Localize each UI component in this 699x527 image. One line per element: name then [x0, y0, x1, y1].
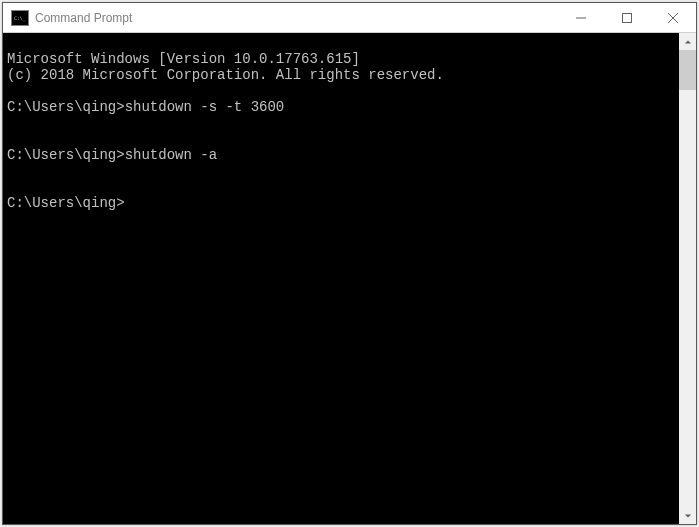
command-line: C:\Users\qing>shutdown -s -t 3600	[7, 99, 675, 115]
banner-line: (c) 2018 Microsoft Corporation. All righ…	[7, 67, 444, 83]
cmd-icon	[11, 10, 29, 26]
minimize-icon	[576, 13, 586, 23]
vertical-scrollbar[interactable]	[679, 33, 696, 524]
minimize-button[interactable]	[558, 3, 604, 32]
scroll-track[interactable]	[679, 50, 696, 507]
maximize-button[interactable]	[604, 3, 650, 32]
client-area: Microsoft Windows [Version 10.0.17763.61…	[3, 33, 696, 524]
titlebar[interactable]: Command Prompt	[3, 3, 696, 33]
console-output[interactable]: Microsoft Windows [Version 10.0.17763.61…	[3, 33, 679, 524]
banner-line: Microsoft Windows [Version 10.0.17763.61…	[7, 51, 360, 67]
scroll-down-button[interactable]	[679, 507, 696, 524]
chevron-down-icon	[684, 512, 692, 520]
command-text: shutdown -s -t 3600	[125, 99, 285, 115]
close-icon	[668, 13, 678, 23]
prompt: C:\Users\qing>	[7, 147, 125, 163]
current-prompt-line: C:\Users\qing>	[7, 195, 675, 211]
close-button[interactable]	[650, 3, 696, 32]
window-controls	[558, 3, 696, 32]
maximize-icon	[622, 13, 632, 23]
prompt: C:\Users\qing>	[7, 99, 125, 115]
chevron-up-icon	[684, 38, 692, 46]
svg-rect-1	[623, 13, 632, 22]
command-prompt-window: Command Prompt Microsoft Windows [Versio…	[2, 2, 697, 525]
command-text: shutdown -a	[125, 147, 217, 163]
window-title: Command Prompt	[35, 11, 558, 25]
command-line: C:\Users\qing>shutdown -a	[7, 147, 675, 163]
prompt: C:\Users\qing>	[7, 195, 125, 211]
scroll-up-button[interactable]	[679, 33, 696, 50]
scroll-thumb[interactable]	[679, 50, 696, 90]
